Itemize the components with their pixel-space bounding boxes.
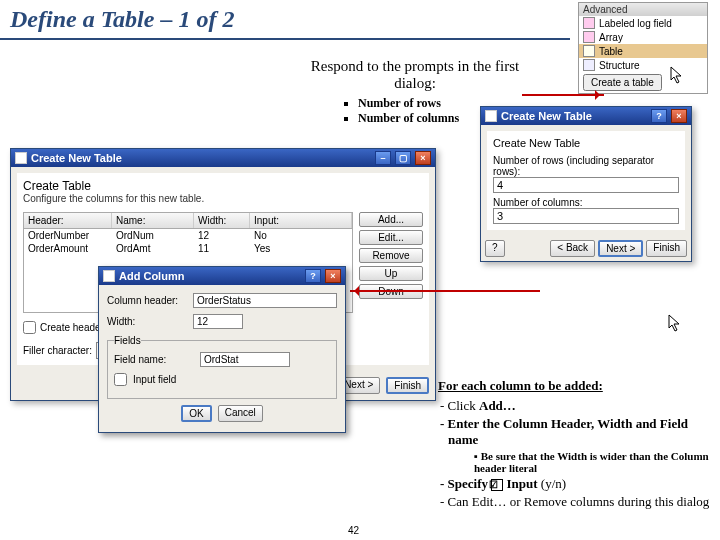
- cols-input[interactable]: [493, 208, 679, 224]
- dialog-subheading: Configure the columns for this new table…: [23, 193, 423, 204]
- palette-item[interactable]: Structure: [579, 58, 707, 72]
- window-icon: [485, 110, 497, 122]
- minimize-button[interactable]: –: [375, 151, 391, 165]
- table-row[interactable]: OrderAmount OrdAmt 11 Yes: [24, 242, 352, 255]
- col-header: Header:: [24, 213, 112, 228]
- width-input[interactable]: [193, 314, 243, 329]
- maximize-button[interactable]: ▢: [395, 151, 411, 165]
- cell: No: [250, 229, 271, 242]
- cols-label: Number of columns:: [493, 197, 679, 208]
- finish-button[interactable]: Finish: [386, 377, 429, 394]
- fields-legend: Fields: [114, 335, 141, 346]
- finish-button[interactable]: Finish: [646, 240, 687, 257]
- dialog-heading: Create Table: [23, 179, 423, 193]
- help-button[interactable]: ?: [651, 109, 667, 123]
- instruction-line: - Click Add…: [448, 398, 710, 414]
- close-button[interactable]: ×: [671, 109, 687, 123]
- col-header: Name:: [112, 213, 194, 228]
- close-button[interactable]: ×: [415, 151, 431, 165]
- cell: 12: [194, 229, 250, 242]
- filler-label: Filler character:: [23, 345, 92, 356]
- separator-checkbox[interactable]: [23, 321, 36, 334]
- dialog-heading: Create New Table: [493, 137, 679, 149]
- cell: 11: [194, 242, 250, 255]
- rows-label: Number of rows (including separator rows…: [493, 155, 679, 177]
- help-button[interactable]: ?: [305, 269, 321, 283]
- palette-label: Structure: [599, 60, 640, 71]
- arrow-to-add: [350, 290, 540, 292]
- field-icon: [583, 17, 595, 29]
- table-icon: [583, 45, 595, 57]
- remove-button[interactable]: Remove: [359, 248, 423, 263]
- column-header-label: Column header:: [107, 295, 187, 306]
- create-table-button[interactable]: Create a table: [583, 74, 662, 91]
- back-button[interactable]: < Back: [550, 240, 595, 257]
- slide-title: Define a Table – 1 of 2: [10, 6, 234, 33]
- ok-button[interactable]: OK: [181, 405, 211, 422]
- titlebar[interactable]: Create New Table – ▢ ×: [11, 149, 435, 167]
- palette-item-table[interactable]: Table: [579, 44, 707, 58]
- palette-label: Table: [599, 46, 623, 57]
- next-button[interactable]: Next >: [598, 240, 643, 257]
- edit-button[interactable]: Edit...: [359, 230, 423, 245]
- instruction-line: - Can Edit… or Remove columns during thi…: [448, 494, 710, 510]
- palette-item[interactable]: Labeled log field: [579, 16, 707, 30]
- field-name-input[interactable]: [200, 352, 290, 367]
- palette-header: Advanced: [579, 3, 707, 16]
- rows-input[interactable]: [493, 177, 679, 193]
- palette-panel: Advanced Labeled log field Array Table S…: [578, 2, 708, 94]
- width-label: Width:: [107, 316, 187, 327]
- cell: Yes: [250, 242, 274, 255]
- array-icon: [583, 31, 595, 43]
- cancel-button[interactable]: Cancel: [218, 405, 263, 422]
- instruction-bottom: For each column to be added: - Click Add…: [438, 378, 710, 512]
- help-icon-button[interactable]: ?: [485, 240, 505, 257]
- cursor-icon: [668, 314, 682, 334]
- cell: OrdNum: [112, 229, 194, 242]
- window-icon: [103, 270, 115, 282]
- page-number: 42: [348, 525, 359, 536]
- cell: OrderAmount: [24, 242, 112, 255]
- instruction-line: - Specify ☑ Input (y/n): [448, 476, 710, 492]
- up-button[interactable]: Up: [359, 266, 423, 281]
- arrow-to-dialog: [522, 94, 604, 96]
- instruction-text: Respond to the prompts in the first dial…: [310, 58, 520, 92]
- palette-item[interactable]: Array: [579, 30, 707, 44]
- add-button[interactable]: Add...: [359, 212, 423, 227]
- col-header: Input:: [250, 213, 352, 228]
- instruction-note: ▪ Be sure that the Width is wider than t…: [474, 450, 710, 474]
- structure-icon: [583, 59, 595, 71]
- titlebar[interactable]: Add Column ? ×: [99, 267, 345, 285]
- window-title: Create New Table: [501, 110, 592, 122]
- dialog-add-column: Add Column ? × Column header: Width: Fie…: [98, 266, 346, 433]
- window-title: Create New Table: [31, 152, 122, 164]
- window-icon: [15, 152, 27, 164]
- cell: OrderNumber: [24, 229, 112, 242]
- instruction-heading: For each column to be added:: [438, 378, 710, 394]
- checkbox-icon: ☑: [491, 479, 503, 491]
- col-header: Width:: [194, 213, 250, 228]
- input-field-checkbox[interactable]: [114, 373, 127, 386]
- instruction-line: - Enter the Column Header, Width and Fie…: [448, 416, 710, 448]
- cell: OrdAmt: [112, 242, 194, 255]
- dialog-create-table-small: Create New Table ? × Create New Table Nu…: [480, 106, 692, 262]
- palette-label: Array: [599, 32, 623, 43]
- field-name-label: Field name:: [114, 354, 194, 365]
- palette-label: Labeled log field: [599, 18, 672, 29]
- titlebar[interactable]: Create New Table ? ×: [481, 107, 691, 125]
- input-field-label: Input field: [133, 374, 176, 385]
- title-underline: [0, 38, 570, 40]
- fields-fieldset: Fields Field name: Input field: [107, 335, 337, 399]
- table-row[interactable]: OrderNumber OrdNum 12 No: [24, 229, 352, 242]
- close-button[interactable]: ×: [325, 269, 341, 283]
- column-header-input[interactable]: [193, 293, 337, 308]
- window-title: Add Column: [119, 270, 184, 282]
